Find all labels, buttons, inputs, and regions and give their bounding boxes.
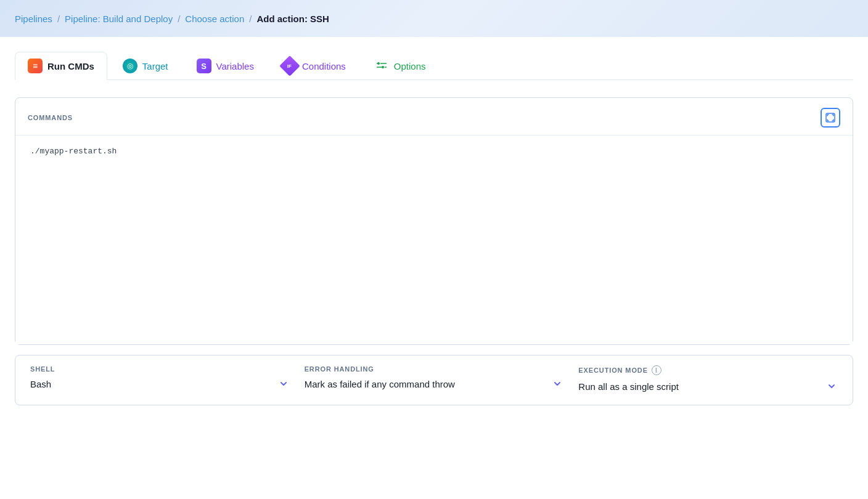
execution-mode-dropdown-arrow <box>825 380 838 392</box>
commands-section-header: COMMANDS <box>15 98 853 135</box>
commands-editor[interactable]: ./myapp-restart.sh <box>15 135 853 344</box>
error-handling-dropdown-arrow <box>551 378 563 390</box>
svg-point-3 <box>382 66 384 68</box>
svg-point-0 <box>377 62 380 65</box>
tab-conditions[interactable]: Conditions <box>269 52 359 80</box>
execution-mode-select[interactable]: Run all as a single script <box>578 380 838 392</box>
settings-fields-row: SHELL Bash ERROR HANDLING Mark a <box>30 365 838 392</box>
breadcrumb-choose-action[interactable]: Choose action <box>185 14 244 24</box>
shell-label: SHELL <box>30 365 290 373</box>
tab-target-label: Target <box>142 61 168 71</box>
error-handling-field-group: ERROR HANDLING Mark as failed if any com… <box>305 365 564 392</box>
settings-section-card: SHELL Bash ERROR HANDLING Mark a <box>15 355 853 405</box>
breadcrumb-separator-2: / <box>178 14 180 24</box>
target-icon <box>123 59 137 73</box>
error-handling-value: Mark as failed if any command throw <box>305 379 455 389</box>
tab-run-cmds-label: Run CMDs <box>47 61 94 71</box>
expand-icon <box>825 113 835 123</box>
execution-mode-info-icon[interactable]: i <box>652 365 661 375</box>
execution-mode-label: EXECUTION MODE i <box>578 365 838 375</box>
tab-conditions-label: Conditions <box>302 61 346 71</box>
breadcrumb-separator-3: / <box>249 14 252 24</box>
breadcrumb-pipeline-build-deploy[interactable]: Pipeline: Build and Deploy <box>65 14 173 24</box>
commands-code: ./myapp-restart.sh <box>30 147 117 156</box>
tab-options-label: Options <box>394 61 426 71</box>
tabs-container: Run CMDs Target Variables Conditions <box>15 52 853 80</box>
tab-variables-label: Variables <box>216 61 254 71</box>
execution-mode-field-group: EXECUTION MODE i Run all as a single scr… <box>578 365 838 392</box>
tab-options[interactable]: Options <box>361 52 439 80</box>
run-cmds-icon <box>28 59 43 73</box>
options-icon <box>374 59 389 73</box>
settings-section-inner: SHELL Bash ERROR HANDLING Mark a <box>15 355 853 405</box>
breadcrumb-current: Add action: SSH <box>256 14 329 24</box>
error-handling-select[interactable]: Mark as failed if any command throw <box>305 378 564 390</box>
shell-field-group: SHELL Bash <box>30 365 290 392</box>
shell-value: Bash <box>30 379 51 389</box>
error-handling-label: ERROR HANDLING <box>305 365 564 373</box>
breadcrumb-pipelines[interactable]: Pipelines <box>15 14 52 24</box>
conditions-icon <box>282 59 297 73</box>
tab-variables[interactable]: Variables <box>184 52 267 80</box>
commands-label: COMMANDS <box>28 114 73 121</box>
main-content: Run CMDs Target Variables Conditions <box>0 37 868 499</box>
tab-target[interactable]: Target <box>110 52 181 80</box>
shell-select[interactable]: Bash <box>30 378 290 390</box>
execution-mode-value: Run all as a single script <box>578 381 679 392</box>
commands-section-card: COMMANDS ./myapp-restart.sh <box>15 97 853 345</box>
shell-dropdown-arrow <box>277 378 290 390</box>
variables-icon <box>197 59 211 73</box>
breadcrumb-separator-1: / <box>57 14 60 24</box>
breadcrumb-bar: Pipelines / Pipeline: Build and Deploy /… <box>0 0 868 37</box>
tab-run-cmds[interactable]: Run CMDs <box>15 52 107 80</box>
expand-button[interactable] <box>821 108 840 128</box>
